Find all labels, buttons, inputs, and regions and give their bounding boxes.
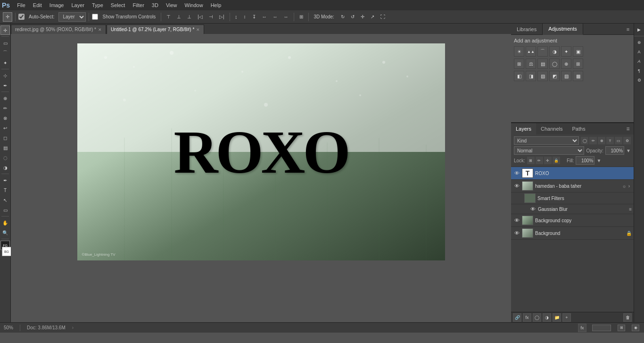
doc-size-arrow[interactable]: › <box>72 325 74 330</box>
filter-icon6[interactable]: ⚙ <box>623 137 631 144</box>
move-tool-icon[interactable]: ✛ <box>3 12 12 22</box>
marquee-tool[interactable]: ▭ <box>0 38 10 48</box>
transform-controls-checkbox[interactable] <box>92 14 98 20</box>
adj-gradient-map[interactable]: ▧ <box>537 71 548 81</box>
menu-window[interactable]: Window <box>182 1 206 9</box>
lock-position[interactable]: ✛ <box>544 157 552 164</box>
adj-curves[interactable]: ⌒ <box>537 46 548 57</box>
adj-brightness[interactable]: ☀ <box>514 46 524 57</box>
lasso-tool[interactable]: ⌒ <box>0 48 10 58</box>
shape-tool[interactable]: ▭ <box>0 205 10 215</box>
gaussian-blur-opt[interactable]: ≡ <box>629 207 632 212</box>
menu-filter[interactable]: Filter <box>129 1 147 9</box>
quick-select-tool[interactable]: ✦ <box>0 58 10 67</box>
layers-tab-menu[interactable]: ≡ <box>622 123 634 134</box>
opacity-input[interactable] <box>605 146 624 155</box>
tab-paths[interactable]: Paths <box>568 123 590 134</box>
panel-icon4[interactable]: ¶ <box>635 67 644 75</box>
tab-untitled-close[interactable]: ✕ <box>196 27 200 32</box>
menu-file[interactable]: File <box>14 1 29 9</box>
add-style-btn[interactable]: fx <box>523 313 531 322</box>
lock-transparent[interactable]: ⊞ <box>527 157 535 164</box>
panel-play-btn[interactable]: ▶ <box>635 25 644 34</box>
layer-background[interactable]: 👁 Background 🔒 <box>511 227 634 240</box>
adj-bw[interactable]: ⚖ <box>526 59 536 69</box>
adj-levels[interactable]: ▲▲ <box>526 46 536 57</box>
tab-untitled[interactable]: Untitled-1 @ 67.2% (Layer 7, RGB/8#) * ✕ <box>107 25 204 34</box>
history-brush-tool[interactable]: ↩ <box>0 123 10 133</box>
3d-pan[interactable]: ✛ <box>358 12 367 22</box>
clone-stamp-tool[interactable]: ⊗ <box>0 113 10 123</box>
adj-threshold[interactable]: ◨ <box>526 71 536 81</box>
dist-bottom[interactable]: ↧ <box>250 12 258 22</box>
adj-selective-color[interactable]: ◩ <box>549 71 560 81</box>
auto-select-checkbox[interactable] <box>18 14 25 20</box>
brush-tool[interactable]: ✏ <box>0 103 10 113</box>
crop-tool[interactable]: ⊹ <box>0 71 10 80</box>
adj-color-balance[interactable]: ⊞ <box>514 59 524 69</box>
menu-view[interactable]: View <box>163 1 181 9</box>
gaussian-blur-row[interactable]: 👁 Gaussian Blur ≡ <box>511 204 634 214</box>
filter-kind-select[interactable]: Kind <box>514 136 579 145</box>
tab-layers[interactable]: Layers <box>511 123 536 134</box>
filter-icon4[interactable]: T <box>606 137 614 144</box>
hand-tool[interactable]: ✋ <box>0 218 10 227</box>
eraser-tool[interactable]: ◻ <box>0 133 10 142</box>
layer-bg-copy-eye[interactable]: 👁 <box>513 217 520 224</box>
gaussian-blur-eye[interactable]: 👁 <box>529 205 537 213</box>
layer-hamedan-arrow[interactable]: › <box>628 184 630 189</box>
dist-vc[interactable]: ↕ <box>241 12 248 22</box>
tab-channels[interactable]: Channels <box>536 123 567 134</box>
panel-icon2[interactable]: A <box>635 48 644 56</box>
blur-tool[interactable]: ◌ <box>0 153 10 162</box>
panel-icon3[interactable]: A <box>635 57 644 66</box>
align-vcenter[interactable]: ⊥ <box>174 12 183 22</box>
blend-mode-select[interactable]: Normal <box>514 146 584 155</box>
filter-icon1[interactable]: ◯ <box>581 137 588 144</box>
adj-photo-filter[interactable]: ▤ <box>537 59 548 69</box>
adj-hsl[interactable]: ▣ <box>573 46 583 57</box>
filter-icon2[interactable]: ✏ <box>589 137 597 144</box>
adj-channel-mixer[interactable]: ◯ <box>549 59 560 69</box>
healing-tool[interactable]: ⊕ <box>0 93 10 103</box>
auto-select-dropdown[interactable]: Layer Group <box>58 12 86 22</box>
delete-layer-btn[interactable]: 🗑 <box>623 313 632 322</box>
adj-6[interactable]: ▩ <box>573 71 583 81</box>
panel-icon1[interactable]: ⊕ <box>635 38 644 47</box>
layer-bg-copy[interactable]: 👁 Background copy <box>511 214 634 227</box>
tab-adjustments[interactable]: Adjustments <box>543 24 583 35</box>
fill-input[interactable] <box>576 156 594 165</box>
3d-scale[interactable]: ⛶ <box>378 12 388 22</box>
menu-image[interactable]: Image <box>46 1 67 9</box>
align-top[interactable]: ⊤ <box>164 12 173 22</box>
layer-roxo-eye[interactable]: 👁 <box>513 169 520 177</box>
status-fx-btn[interactable]: fx <box>578 324 586 332</box>
menu-type[interactable]: Type <box>89 1 107 9</box>
menu-help[interactable]: Help <box>207 1 225 9</box>
adj-invert[interactable]: ⊞ <box>573 59 583 69</box>
new-layer-btn[interactable]: + <box>562 313 571 322</box>
menu-select[interactable]: Select <box>107 1 129 9</box>
menu-layer[interactable]: Layer <box>68 1 88 9</box>
gradient-tool[interactable]: ▤ <box>0 143 10 152</box>
lock-all[interactable]: 🔒 <box>553 157 560 164</box>
layer-hamedan-eye[interactable]: 👁 <box>513 182 520 190</box>
dodge-tool[interactable]: ◑ <box>0 163 10 172</box>
link-layers-btn[interactable]: 🔗 <box>513 313 521 322</box>
adj-exposure[interactable]: ◑ <box>549 46 560 57</box>
adj-posterize[interactable]: ◧ <box>514 71 524 81</box>
add-mask-btn[interactable]: ◯ <box>533 313 541 322</box>
adj-vibrance[interactable]: ✦ <box>561 46 571 57</box>
tab-redirect[interactable]: redirect.jpg @ 50% (ROXO, RGB/8#) * ✕ <box>11 25 106 34</box>
menu-edit[interactable]: Edit <box>30 1 45 9</box>
dist-top[interactable]: ↨ <box>233 12 240 22</box>
panel-tab-menu[interactable]: ≡ <box>622 24 634 34</box>
arrange-btn[interactable]: ⊞ <box>297 12 305 22</box>
adj-5[interactable]: ▨ <box>561 71 571 81</box>
path-select-tool[interactable]: ↖ <box>0 195 10 205</box>
3d-slide[interactable]: ↗ <box>368 12 377 22</box>
layer-roxo[interactable]: 👁 T ROXO <box>511 167 634 180</box>
adj-color-lookup[interactable]: ⊕ <box>561 59 571 69</box>
lock-image[interactable]: ✏ <box>536 157 543 164</box>
tab-redirect-close[interactable]: ✕ <box>98 27 102 32</box>
